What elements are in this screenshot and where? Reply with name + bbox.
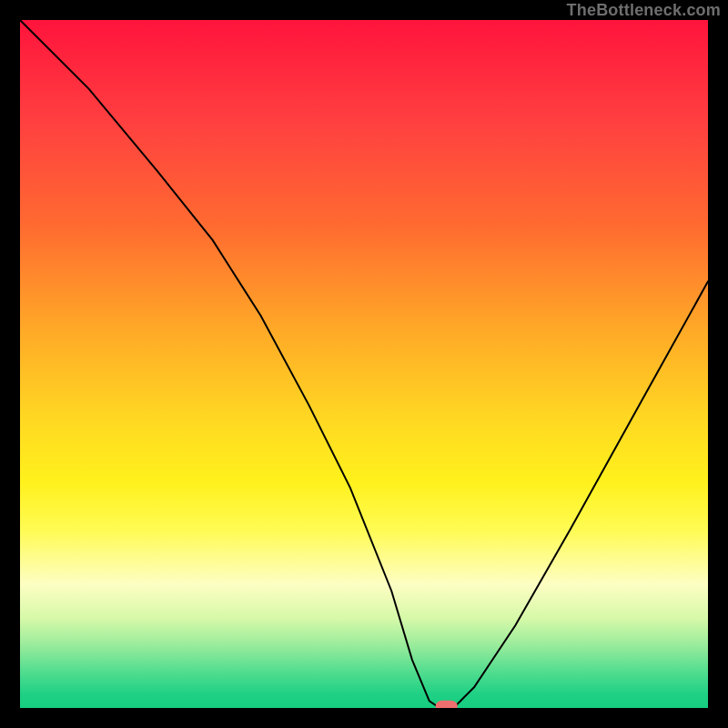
chart-svg [20, 20, 708, 708]
chart-frame: TheBottleneck.com [0, 0, 728, 728]
bottleneck-curve [20, 20, 708, 708]
minimum-marker [436, 701, 458, 708]
plot-area [20, 20, 708, 708]
watermark-text: TheBottleneck.com [567, 2, 721, 18]
